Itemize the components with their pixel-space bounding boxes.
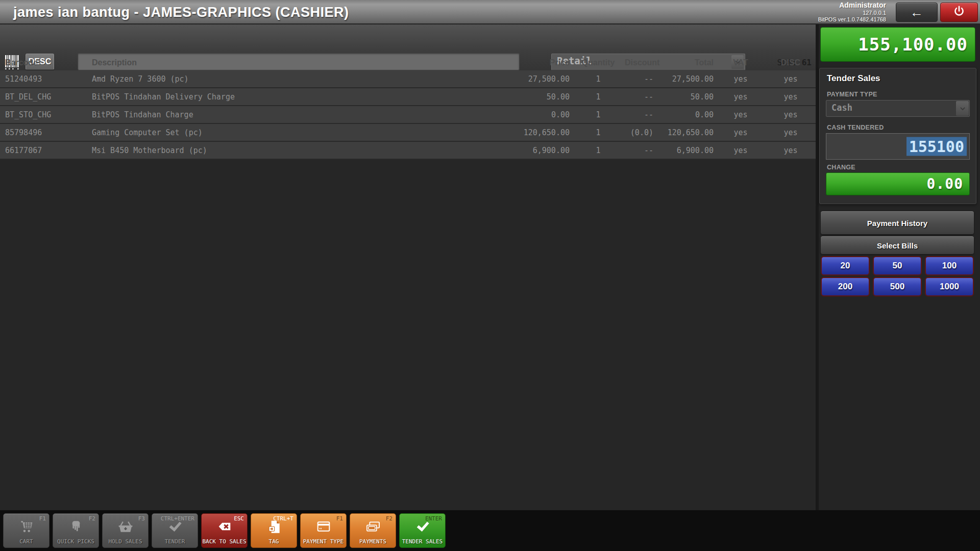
cell-description: BitPOS Tindahan Charge	[87, 110, 516, 119]
cell-total: 50.00	[655, 92, 716, 102]
cell-description: Msi B450 Motherboard (pc)	[87, 146, 516, 155]
tag-icon	[251, 518, 297, 535]
cell-description: Amd Ryzen 7 3600 (pc)	[87, 74, 516, 84]
banknotes-icon	[350, 518, 396, 535]
chevron-down-icon	[956, 101, 969, 116]
column-header: VAT	[716, 58, 766, 67]
cell-price: 0.00	[516, 110, 572, 119]
column-header: Total	[655, 58, 716, 67]
terminal-ip: 127.0.0.1	[818, 10, 886, 16]
cell-discount: (0.0)	[625, 128, 655, 137]
button-label: PAYMENTS	[350, 538, 396, 545]
column-header: Description	[87, 58, 516, 67]
column-header: Discount	[625, 58, 655, 67]
cell-vat: yes	[716, 128, 766, 137]
bill-button-1000[interactable]: 1000	[925, 277, 974, 296]
bill-button-200[interactable]: 200	[821, 277, 870, 296]
tender-sales-box: Tender Sales PAYMENT TYPE Cash CASH TEND…	[819, 68, 976, 204]
button-label: TENDER	[152, 538, 198, 545]
cell-disc: yes	[766, 128, 816, 137]
sale-total-display: 155,100.00	[820, 27, 975, 62]
button-label: HOLD SALES	[103, 538, 148, 545]
user-name: Administrator	[818, 1, 886, 10]
bill-button-50[interactable]: 50	[873, 256, 922, 276]
table-row[interactable]: BT_STO_CHG BitPOS Tindahan Charge 0.00 1…	[0, 106, 816, 124]
check-icon	[152, 518, 198, 535]
cell-price: 27,500.00	[516, 74, 572, 84]
button-label: BACK TO SALES	[202, 538, 247, 545]
bill-button-100[interactable]: 100	[925, 256, 974, 276]
column-header: Quantity	[572, 58, 625, 67]
cash-tendered-value: 155100	[906, 137, 967, 156]
check-icon	[400, 518, 445, 535]
payment-type-label: PAYMENT TYPE	[827, 91, 969, 98]
bill-button-500[interactable]: 500	[873, 277, 922, 296]
hold-sales-button[interactable]: F3 HOLD SALES	[102, 513, 149, 548]
sales-items-table: 51240493 Amd Ryzen 7 3600 (pc) 27,500.00…	[0, 70, 816, 160]
button-label: QUICK PICKS	[53, 538, 99, 545]
back-arrow-icon: ←	[910, 6, 923, 19]
cash-tendered-label: CASH TENDERED	[827, 124, 969, 131]
column-header: Barcode	[0, 58, 87, 67]
cell-quantity: 1	[572, 128, 625, 137]
cell-disc: yes	[766, 146, 816, 155]
cell-description: Gaming Computer Set (pc)	[87, 128, 516, 137]
cell-vat: yes	[716, 110, 766, 119]
button-label: TENDER SALES	[400, 538, 445, 545]
button-label: TAG	[251, 538, 297, 545]
back-to-sales-button[interactable]: ESC BACK TO SALES	[201, 513, 248, 548]
quick-picks-button[interactable]: F2 QUICK PICKS	[53, 513, 99, 548]
cell-vat: yes	[716, 146, 766, 155]
change-label: CHANGE	[827, 164, 969, 171]
payment-type-select[interactable]: Cash	[826, 100, 970, 117]
cell-vat: yes	[716, 92, 766, 102]
bottom-toolbar: F1 CART F2 QUICK PICKS F3 HOLD SALES CTR…	[0, 510, 980, 551]
cell-price: 6,900.00	[516, 146, 572, 155]
cell-quantity: 1	[572, 146, 625, 155]
tender-button[interactable]: CTRL+ENTER TENDER	[152, 513, 198, 548]
payment-history-button[interactable]: Payment History	[821, 211, 974, 234]
cell-total: 0.00	[655, 110, 716, 119]
button-label: CART	[4, 538, 49, 545]
search-band: DESC Retail SO#: 61 Barcode Description …	[0, 24, 816, 70]
payments-button[interactable]: F2 PAYMENTS	[350, 513, 396, 548]
table-row[interactable]: 66177067 Msi B450 Motherboard (pc) 6,900…	[0, 142, 816, 160]
cell-disc: yes	[766, 92, 816, 102]
app-version: BitPOS ver.1.0.7482.41768	[818, 16, 886, 23]
bill-button-20[interactable]: 20	[821, 256, 870, 276]
cell-description: BitPOS Tindahan Delivery Charge	[87, 92, 516, 102]
bills-grid: 20 50 100 200 500 1000	[821, 256, 974, 296]
cell-discount: --	[625, 146, 655, 155]
cell-quantity: 1	[572, 92, 625, 102]
basket-add-icon	[103, 518, 148, 535]
table-row[interactable]: BT_DEL_CHG BitPOS Tindahan Delivery Char…	[0, 88, 816, 106]
column-header: Price	[516, 58, 572, 67]
cell-quantity: 1	[572, 110, 625, 119]
cell-quantity: 1	[572, 74, 625, 84]
tag-button[interactable]: CTRL+T TAG	[251, 513, 297, 548]
cell-disc: yes	[766, 74, 816, 84]
cart-button[interactable]: F1 CART	[3, 513, 50, 548]
cell-barcode: BT_DEL_CHG	[0, 92, 87, 102]
cart-icon	[4, 518, 49, 535]
cell-vat: yes	[716, 74, 766, 84]
backspace-icon	[202, 518, 247, 535]
user-info: Administrator 127.0.0.1 BitPOS ver.1.0.7…	[818, 1, 886, 23]
button-label: PAYMENT TYPE	[301, 538, 346, 545]
power-button[interactable]	[940, 3, 978, 22]
payment-type-value: Cash	[831, 103, 852, 113]
power-icon	[952, 5, 966, 20]
tender-sales-button[interactable]: ENTER TENDER SALES	[399, 513, 446, 548]
column-header: DISC	[766, 58, 816, 67]
table-row[interactable]: 85798496 Gaming Computer Set (pc) 120,65…	[0, 124, 816, 142]
titlebar: james ian bantug - JAMES-GRAPHICS (CASHI…	[0, 0, 980, 24]
back-button[interactable]: ←	[896, 3, 938, 22]
payment-type-button[interactable]: F1 PAYMENT TYPE	[300, 513, 347, 548]
tender-sales-title: Tender Sales	[827, 73, 969, 84]
cash-tendered-input[interactable]: 155100	[826, 133, 970, 160]
cell-total: 27,500.00	[655, 74, 716, 84]
tender-panel: 155,100.00 Tender Sales PAYMENT TYPE Cas…	[816, 24, 980, 510]
cell-price: 50.00	[516, 92, 572, 102]
table-row[interactable]: 51240493 Amd Ryzen 7 3600 (pc) 27,500.00…	[0, 70, 816, 88]
cell-barcode: 51240493	[0, 74, 87, 84]
